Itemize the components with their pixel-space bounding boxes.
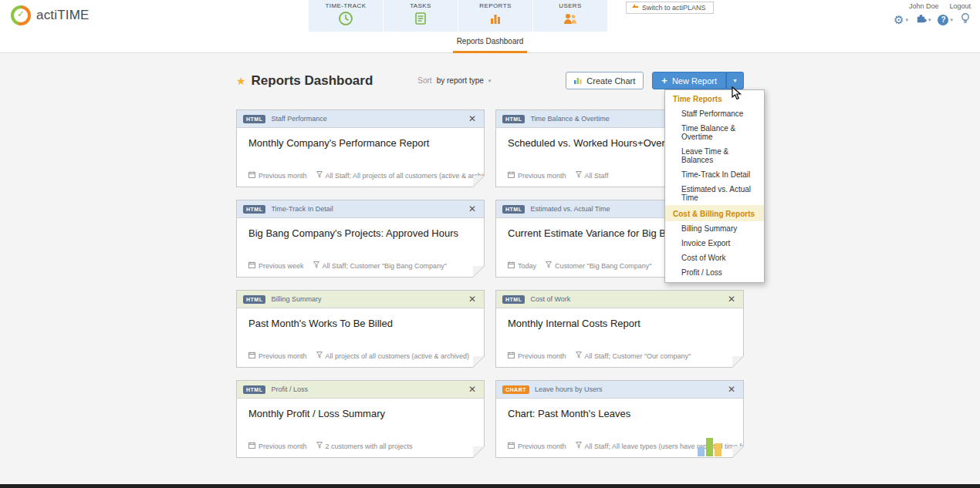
- chevron-down-icon: ▾: [950, 17, 953, 23]
- user-links: John Doe Logout: [909, 2, 971, 10]
- help-menu[interactable]: ? ▾: [938, 15, 953, 25]
- filter-funnel-icon: [576, 352, 582, 360]
- bottom-bar: [0, 484, 980, 488]
- card-header: CHART Leave hours by Users ✕: [496, 381, 743, 399]
- user-name[interactable]: John Doe: [909, 2, 939, 10]
- card-type-label: Leave hours by Users: [535, 385, 726, 393]
- filter-funnel-icon: [576, 171, 582, 180]
- favorite-star-icon: ★: [236, 75, 246, 87]
- chevron-down-icon: ▾: [928, 17, 931, 23]
- card-filter: 2 customers with all projects: [316, 442, 413, 450]
- card-title[interactable]: Big Bang Company's Projects: Approved Ho…: [248, 227, 472, 239]
- card-filter: Customer "Big Bang Company": [546, 261, 651, 270]
- report-card: HTML Cost of Work ✕ Monthly Internal Cos…: [495, 290, 744, 368]
- card-header: HTML Billing Summary ✕: [237, 291, 484, 308]
- sort-label: Sort: [417, 76, 431, 85]
- clock-icon: [338, 11, 353, 29]
- card-filter: All Staff; Customer "Our company": [576, 352, 691, 360]
- create-chart-button[interactable]: Create Chart: [566, 72, 644, 89]
- menu-item[interactable]: Invoice Export: [665, 236, 764, 251]
- page-title: Reports Dashboard: [252, 73, 373, 89]
- card-title[interactable]: Monthly Company's Performance Report: [248, 137, 472, 149]
- mouse-cursor: [732, 86, 744, 103]
- logout-link[interactable]: Logout: [949, 2, 971, 10]
- menu-item[interactable]: Leave Time & Balances: [665, 144, 764, 167]
- app-logo[interactable]: ✓ actiTIME: [11, 5, 90, 25]
- tips-button[interactable]: [960, 12, 971, 27]
- card-format-badge: HTML: [243, 295, 265, 304]
- toolbar: ★ Reports Dashboard Sort by report type …: [236, 72, 744, 89]
- menu-section-items: Billing Summary Invoice Export Cost of W…: [665, 221, 764, 280]
- report-card: HTML Time-Track In Detail ✕ Big Bang Com…: [236, 200, 485, 278]
- tab-reports[interactable]: REPORTS: [458, 0, 532, 32]
- tab-users[interactable]: USERS: [533, 0, 607, 32]
- card-close-button[interactable]: ✕: [467, 204, 478, 214]
- card-type-label: Time-Track In Detail: [271, 205, 466, 213]
- plus-icon: +: [661, 75, 667, 86]
- menu-item[interactable]: Estimated vs. Actual Time: [665, 182, 764, 205]
- card-filter: All Staff; Customer "Big Bang Company": [313, 261, 447, 270]
- menu-section-header: Cost & Billing Reports: [665, 205, 764, 221]
- card-format-badge: HTML: [502, 205, 525, 214]
- card-format-badge: CHART: [502, 385, 529, 394]
- chevron-down-icon: ▾: [488, 78, 492, 84]
- actiplans-icon: [631, 3, 639, 12]
- switch-to-actiplans-button[interactable]: Switch to actiPLANS: [626, 2, 714, 14]
- card-title[interactable]: Chart: Past Month's Leaves: [508, 408, 732, 419]
- card-close-button[interactable]: ✕: [726, 384, 737, 395]
- card-period: Previous month: [248, 171, 307, 180]
- tab-time-track[interactable]: TIME-TRACK: [309, 0, 383, 32]
- card-period: Previous month: [248, 442, 307, 450]
- sort-dropdown[interactable]: Sort by report type ▾: [417, 76, 491, 85]
- filter-funnel-icon: [316, 442, 323, 450]
- card-close-button[interactable]: ✕: [467, 384, 478, 395]
- card-period: Previous month: [248, 352, 307, 360]
- menu-item[interactable]: Cost of Work: [665, 251, 764, 265]
- card-format-badge: HTML: [502, 295, 525, 304]
- filter-funnel-icon: [546, 261, 552, 270]
- card-close-button[interactable]: ✕: [726, 294, 737, 305]
- menu-item[interactable]: Staff Performance: [665, 106, 764, 121]
- card-header: HTML Time-Track In Detail ✕: [237, 200, 484, 218]
- chevron-down-icon: ▾: [733, 77, 736, 84]
- menu-item[interactable]: Profit / Loss: [665, 265, 764, 280]
- integrations-menu[interactable]: ▾: [915, 12, 931, 27]
- card-type-label: Staff Performance: [271, 115, 466, 123]
- settings-menu[interactable]: ⚙ ▾: [894, 14, 908, 25]
- top-nav: ✓ actiTIME TIME-TRACK TASKS REPORTS USER…: [0, 0, 980, 53]
- card-filter: All Staff; All projects of all customers…: [316, 171, 484, 180]
- subnav-reports-dashboard[interactable]: Reports Dashboard: [453, 32, 528, 53]
- sort-value: by report type: [437, 76, 484, 85]
- card-title[interactable]: Past Month's Works To Be Billed: [248, 318, 472, 329]
- new-report-button[interactable]: + New Report: [652, 72, 726, 89]
- menu-item[interactable]: Billing Summary: [665, 221, 764, 236]
- card-format-badge: HTML: [243, 115, 265, 123]
- tasks-icon: [413, 11, 428, 29]
- calendar-icon: [508, 261, 515, 270]
- new-report-menu: Time Reports Staff Performance Time Bala…: [664, 89, 765, 283]
- card-format-badge: HTML: [502, 115, 525, 123]
- card-period: Previous month: [508, 442, 566, 450]
- card-title[interactable]: Monthly Internal Costs Report: [508, 318, 732, 329]
- card-close-button[interactable]: ✕: [467, 294, 478, 305]
- filter-funnel-icon: [313, 261, 319, 270]
- card-period: Previous month: [508, 352, 566, 360]
- card-type-label: Cost of Work: [530, 295, 725, 303]
- bar-chart-icon: [488, 11, 503, 29]
- tab-tasks[interactable]: TASKS: [384, 0, 458, 32]
- menu-item[interactable]: Time-Track In Detail: [665, 167, 764, 182]
- filter-funnel-icon: [576, 442, 582, 450]
- card-period: Today: [508, 261, 536, 270]
- card-title[interactable]: Monthly Profit / Loss Summary: [248, 408, 472, 419]
- card-close-button[interactable]: ✕: [467, 113, 478, 124]
- report-card: CHART Leave hours by Users ✕ Chart: Past…: [495, 380, 744, 458]
- card-filter: All projects of all customers (active & …: [316, 352, 470, 360]
- calendar-icon: [508, 352, 515, 360]
- menu-section: Cost & Billing Reports Billing Summary I…: [665, 205, 764, 280]
- chart-icon: [574, 76, 582, 86]
- filter-funnel-icon: [316, 352, 323, 360]
- report-card: HTML Profit / Loss ✕ Monthly Profit / Lo…: [236, 380, 485, 458]
- card-type-label: Billing Summary: [271, 295, 466, 303]
- menu-item[interactable]: Time Balance & Overtime: [665, 121, 764, 144]
- nav-icon-row: ⚙ ▾ ▾ ? ▾: [894, 12, 971, 27]
